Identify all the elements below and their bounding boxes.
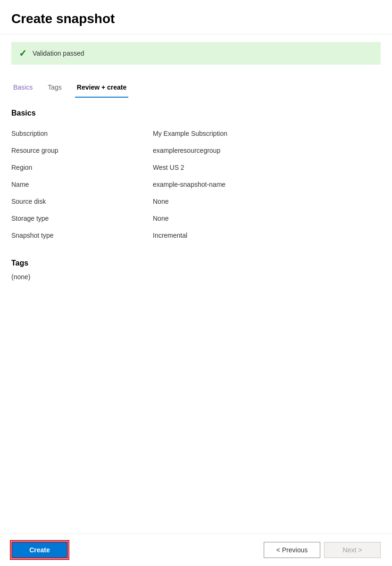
region-label: Region <box>11 164 153 171</box>
details-table: Subscription My Example Subscription Res… <box>11 125 381 244</box>
basics-section: Basics Subscription My Example Subscript… <box>11 109 381 244</box>
snapshot-type-label: Snapshot type <box>11 232 153 239</box>
create-button[interactable]: Create <box>11 541 68 558</box>
previous-button[interactable]: < Previous <box>264 542 320 558</box>
snapshot-type-value: Incremental <box>153 232 187 239</box>
check-icon: ✓ <box>19 48 27 59</box>
source-disk-label: Source disk <box>11 198 153 205</box>
table-row: Subscription My Example Subscription <box>11 125 381 142</box>
table-row: Snapshot type Incremental <box>11 227 381 244</box>
header: Create snapshot <box>0 0 392 34</box>
resource-group-label: Resource group <box>11 147 153 154</box>
table-row: Name example-snapshot-name <box>11 176 381 193</box>
subscription-value: My Example Subscription <box>153 130 227 137</box>
storage-type-value: None <box>153 215 168 222</box>
next-button: Next > <box>324 542 381 558</box>
footer: Create < Previous Next > <box>0 533 392 566</box>
resource-group-value: exampleresourcegroup <box>153 147 220 154</box>
storage-type-label: Storage type <box>11 215 153 222</box>
table-row: Resource group exampleresourcegroup <box>11 142 381 159</box>
name-value: example-snapshot-name <box>153 181 225 188</box>
subscription-label: Subscription <box>11 130 153 137</box>
tags-section-title: Tags <box>11 259 381 267</box>
content-area: Basics Subscription My Example Subscript… <box>0 98 392 533</box>
region-value: West US 2 <box>153 164 184 171</box>
basics-section-title: Basics <box>11 109 381 117</box>
tab-tags[interactable]: Tags <box>46 80 64 98</box>
page-title: Create snapshot <box>11 11 381 26</box>
validation-text: Validation passed <box>33 50 84 57</box>
table-row: Source disk None <box>11 193 381 210</box>
validation-banner: ✓ Validation passed <box>11 42 381 65</box>
name-label: Name <box>11 181 153 188</box>
source-disk-value: None <box>153 198 168 205</box>
tabs-container: Basics Tags Review + create <box>0 72 392 98</box>
table-row: Region West US 2 <box>11 159 381 176</box>
table-row: Storage type None <box>11 210 381 227</box>
tab-basics[interactable]: Basics <box>11 80 34 98</box>
tab-review-create[interactable]: Review + create <box>75 80 128 98</box>
tags-section: Tags (none) <box>11 259 381 281</box>
page-container: Create snapshot ✓ Validation passed Basi… <box>0 0 392 566</box>
tags-value: (none) <box>11 273 381 281</box>
